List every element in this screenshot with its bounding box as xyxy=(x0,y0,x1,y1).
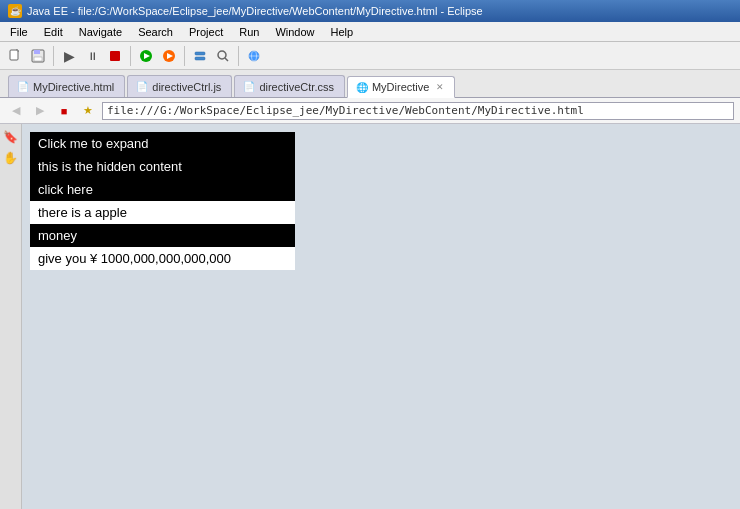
content-panel: Click me to expand this is the hidden co… xyxy=(22,124,740,509)
web-content: Click me to expand this is the hidden co… xyxy=(30,132,295,270)
tab-label: MyDirective.html xyxy=(33,81,114,93)
menu-project[interactable]: Project xyxy=(181,24,231,40)
toolbar-separator-3 xyxy=(184,46,185,66)
row-click-to-expand[interactable]: Click me to expand xyxy=(30,132,295,155)
tab-label: MyDirective xyxy=(372,81,429,93)
address-bar[interactable] xyxy=(102,102,734,120)
menu-window[interactable]: Window xyxy=(267,24,322,40)
svg-line-12 xyxy=(225,58,228,61)
nav-bar: ◀ ▶ ■ ★ xyxy=(0,98,740,124)
menu-edit[interactable]: Edit xyxy=(36,24,71,40)
run-button[interactable] xyxy=(135,45,157,67)
toolbar-separator-4 xyxy=(238,46,239,66)
web-icon: 🌐 xyxy=(356,82,368,93)
tab-directivectrl-js[interactable]: 📄 directiveCtrl.js xyxy=(127,75,232,97)
window-title: Java EE - file:/G:/WorkSpace/Eclipse_jee… xyxy=(27,5,483,17)
pause-button[interactable]: ⏸ xyxy=(81,45,103,67)
external-tools-button[interactable] xyxy=(158,45,180,67)
server-button[interactable] xyxy=(189,45,211,67)
svg-point-11 xyxy=(218,51,226,59)
tab-label: directiveCtrl.js xyxy=(152,81,221,93)
new-button[interactable] xyxy=(4,45,26,67)
toolbar-separator-2 xyxy=(130,46,131,66)
forward-button[interactable]: ▶ xyxy=(30,101,50,121)
search-toolbar-button[interactable] xyxy=(212,45,234,67)
menu-help[interactable]: Help xyxy=(323,24,362,40)
globe-button[interactable] xyxy=(243,45,265,67)
save-button[interactable] xyxy=(27,45,49,67)
row-money[interactable]: money xyxy=(30,224,295,247)
stop-button[interactable] xyxy=(104,45,126,67)
svg-rect-0 xyxy=(10,50,18,60)
bookmark-icon: ★ xyxy=(78,101,98,121)
menu-file[interactable]: File xyxy=(2,24,36,40)
row-hidden-content: this is the hidden content xyxy=(30,155,295,178)
bookmark-sidebar-icon[interactable]: 🔖 xyxy=(2,128,20,146)
css-file-icon: 📄 xyxy=(243,81,255,92)
js-file-icon: 📄 xyxy=(136,81,148,92)
menu-search[interactable]: Search xyxy=(130,24,181,40)
debug-button[interactable]: ▶ xyxy=(58,45,80,67)
app-icon: ☕ xyxy=(8,4,22,18)
menu-run[interactable]: Run xyxy=(231,24,267,40)
row-click-here[interactable]: click here xyxy=(30,178,295,201)
menu-bar: File Edit Navigate Search Project Run Wi… xyxy=(0,22,740,42)
hand-icon[interactable]: ✋ xyxy=(2,149,20,167)
menu-navigate[interactable]: Navigate xyxy=(71,24,130,40)
tab-directivectr-css[interactable]: 📄 directiveCtr.css xyxy=(234,75,345,97)
main-area: 🔖 ✋ Click me to expand this is the hidde… xyxy=(0,124,740,509)
tab-mydirective-active[interactable]: 🌐 MyDirective ✕ xyxy=(347,76,455,98)
tab-mydirective-html[interactable]: 📄 MyDirective.html xyxy=(8,75,125,97)
tab-bar: 📄 MyDirective.html 📄 directiveCtrl.js 📄 … xyxy=(0,70,740,98)
svg-rect-2 xyxy=(34,50,40,54)
row-give-you: give you ¥ 1000,000,000,000,000 xyxy=(30,247,295,270)
stop-nav-button[interactable]: ■ xyxy=(54,101,74,121)
toolbar: ▶ ⏸ xyxy=(0,42,740,70)
title-bar: ☕ Java EE - file:/G:/WorkSpace/Eclipse_j… xyxy=(0,0,740,22)
svg-rect-9 xyxy=(195,52,205,55)
sidebar-panel: 🔖 ✋ xyxy=(0,124,22,509)
svg-rect-3 xyxy=(34,57,42,61)
tab-label: directiveCtr.css xyxy=(259,81,334,93)
toolbar-separator xyxy=(53,46,54,66)
svg-rect-10 xyxy=(195,57,205,60)
row-there-apple: there is a apple xyxy=(30,201,295,224)
svg-rect-4 xyxy=(110,51,120,61)
back-button[interactable]: ◀ xyxy=(6,101,26,121)
tab-close-button[interactable]: ✕ xyxy=(436,82,444,92)
html-file-icon: 📄 xyxy=(17,81,29,92)
